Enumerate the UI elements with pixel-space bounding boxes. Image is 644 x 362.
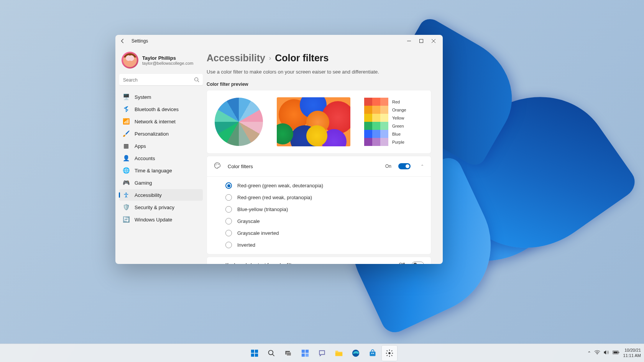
palette-row-green: Green [364,122,406,130]
settings-button[interactable] [382,346,397,361]
nav-icon: 🖌️ [123,131,129,137]
profile-name: Taylor Phillips [142,55,193,61]
radio-button[interactable] [225,206,232,213]
filter-option[interactable]: Red-green (red weak, protanopia) [225,192,424,203]
nav-apps[interactable]: ▦Apps [119,140,203,152]
filter-option[interactable]: Inverted [225,239,424,251]
nav-icon [123,106,129,112]
palette-icon [214,162,221,170]
palette-row-red: Red [364,98,406,106]
svg-rect-24 [373,353,374,354]
radio-button[interactable] [225,230,232,236]
color-palette: RedOrangeYellowGreenBluePurple [364,98,406,146]
chevron-up-icon[interactable]: ⌃ [421,164,424,169]
nav-icon: 🖥️ [123,94,129,100]
shortcut-toggle[interactable] [412,262,424,264]
start-button[interactable] [247,346,262,361]
filter-option[interactable]: Blue-yellow (tritanopia) [225,203,424,215]
nav-icon [123,192,129,198]
nav-icon: ▦ [123,143,129,149]
nav-accessibility[interactable]: Accessibility [119,189,203,201]
filter-option[interactable]: Grayscale inverted [225,227,424,239]
svg-point-25 [388,352,391,354]
minimize-button[interactable] [403,36,415,46]
nav-icon: 🎮 [123,180,129,186]
nav-security-privacy[interactable]: 🛡️Security & privacy [119,201,203,213]
svg-rect-15 [287,352,291,355]
radio-button[interactable] [225,194,232,201]
color-filters-toggle[interactable] [398,163,411,169]
nav-icon: 👤 [123,155,129,161]
nav-personalization[interactable]: 🖌️Personalization [119,128,203,139]
volume-icon[interactable] [603,350,610,356]
nav-icon: 🛡️ [123,204,129,210]
page-description: Use a color filter to make colors on you… [207,69,431,75]
nav-bluetooth-devices[interactable]: Bluetooth & devices [119,103,203,115]
nav-time-language[interactable]: 🌐Time & language [119,165,203,176]
preview-label: Color filter preview [207,82,431,87]
task-view-button[interactable] [281,346,296,361]
chevron-right-icon: › [269,55,271,62]
color-filters-toggle-row[interactable]: Color filters On ⌃ [207,156,431,176]
system-tray[interactable]: ⌃ 10/20/21 11:11 AM [587,348,641,358]
nav-gaming[interactable]: 🎮Gaming [119,177,203,188]
shortcut-status: Off [399,262,405,264]
titlebar: Settings [115,35,443,47]
palette-row-orange: Orange [364,106,406,114]
avatar [122,52,138,69]
shortcut-toggle-row[interactable]: Keyboard shortcut for color filters Off [207,257,431,264]
svg-rect-18 [302,353,305,356]
clock[interactable]: 10/20/21 11:11 AM [623,348,641,358]
search-box[interactable] [119,74,203,86]
file-explorer-button[interactable] [331,346,347,361]
keyboard-shortcut-card: Keyboard shortcut for color filters Off [207,257,431,264]
search-button[interactable] [264,346,279,361]
window-title: Settings [131,38,148,44]
svg-point-12 [269,350,273,355]
tray-chevron-icon[interactable]: ⌃ [587,351,591,356]
filter-option[interactable]: Grayscale [225,215,424,227]
svg-point-2 [195,78,198,81]
svg-rect-16 [302,349,305,352]
svg-point-6 [217,164,217,164]
chat-button[interactable] [314,346,330,361]
svg-line-3 [198,81,199,82]
svg-rect-19 [306,353,309,356]
svg-point-7 [218,164,219,165]
store-button[interactable] [365,346,380,361]
nav-windows-update[interactable]: 🔄Windows Update [119,214,203,225]
nav-accounts[interactable]: 👤Accounts [119,152,203,164]
profile-email: taylor@bellowscollege.com [142,61,193,66]
maximize-button[interactable] [415,36,427,46]
nav-icon: 🔄 [123,216,129,223]
sidebar: Taylor Phillips taylor@bellowscollege.co… [115,47,207,264]
svg-point-26 [597,354,598,355]
user-profile[interactable]: Taylor Phillips taylor@bellowscollege.co… [119,50,203,70]
preview-card: RedOrangeYellowGreenBluePurple [207,90,431,154]
close-button[interactable] [427,36,440,46]
search-icon [194,77,199,84]
widgets-button[interactable] [297,346,313,361]
battery-icon[interactable] [613,350,619,356]
svg-rect-11 [255,353,258,356]
search-input[interactable] [119,74,203,86]
palette-row-blue: Blue [364,130,406,138]
svg-rect-29 [618,352,619,353]
svg-rect-9 [255,349,258,352]
nav-network-internet[interactable]: 📶Network & internet [119,116,203,127]
radio-button[interactable] [225,182,232,189]
filter-option[interactable]: Red-green (green weak, deuteranopia) [225,180,424,192]
filter-options: Red-green (green weak, deuteranopia)Red-… [207,176,431,254]
nav-system[interactable]: 🖥️System [119,91,203,103]
nav-icon: 🌐 [123,167,129,174]
breadcrumb-parent[interactable]: Accessibility [207,52,265,64]
svg-point-5 [215,165,216,165]
toggle-status: On [385,164,391,169]
wifi-icon[interactable] [594,350,600,356]
svg-rect-10 [251,353,254,356]
radio-button[interactable] [225,218,232,224]
edge-button[interactable] [348,346,363,361]
back-button[interactable] [118,37,127,45]
radio-button[interactable] [225,242,232,248]
svg-point-4 [125,193,127,194]
